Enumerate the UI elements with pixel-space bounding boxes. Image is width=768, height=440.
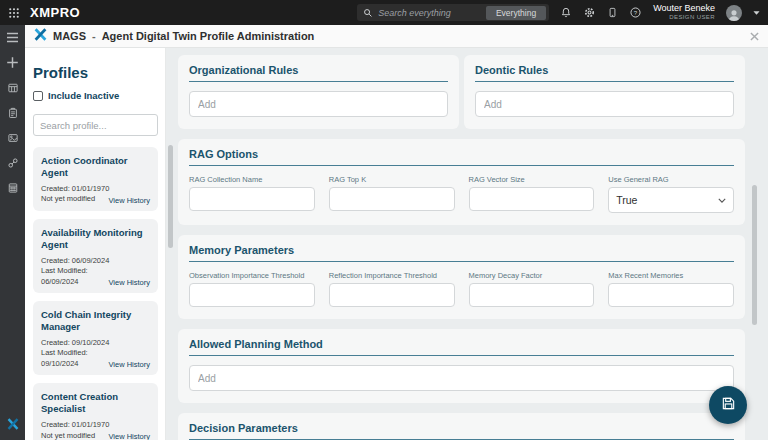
table-icon[interactable]: [7, 82, 19, 94]
xmpro-logo: XMPRO: [30, 5, 80, 20]
page-titlebar: MAGS - Agent Digital Twin Profile Admini…: [25, 25, 768, 48]
deontic-rules-section: Deontic Rules: [464, 55, 745, 129]
help-icon[interactable]: ?: [629, 6, 642, 19]
profile-card[interactable]: Content Creation Specialist Created: 01/…: [33, 383, 158, 440]
search-icon: [363, 8, 373, 18]
include-inactive-checkbox[interactable]: [33, 91, 43, 101]
include-inactive-label: Include Inactive: [48, 90, 119, 101]
menu-hamburger-icon[interactable]: [6, 32, 19, 43]
search-input[interactable]: [378, 8, 481, 18]
deontic-rules-add-input[interactable]: [475, 91, 734, 117]
xmpro-x-logo-bottom[interactable]: [7, 416, 19, 434]
field-label: RAG Vector Size: [469, 175, 595, 184]
view-history-link[interactable]: View History: [108, 278, 150, 287]
add-plus-icon[interactable]: [6, 56, 19, 69]
memory-decay-factor-input[interactable]: [469, 283, 595, 307]
allowed-planning-method-add-input[interactable]: [189, 365, 734, 391]
app-window: XMPRO Everything ? Wouter Be: [0, 0, 768, 440]
section-title: Organizational Rules: [189, 64, 448, 82]
left-toolbar: [0, 25, 25, 440]
reflection-importance-threshold-input[interactable]: [329, 283, 455, 307]
section-title: Deontic Rules: [475, 64, 734, 82]
section-title: Memory Parameters: [189, 244, 734, 262]
use-general-rag-select[interactable]: True: [608, 187, 734, 213]
memory-parameters-section: Memory Parameters Observation Importance…: [178, 235, 745, 319]
organizational-rules-add-input[interactable]: [189, 91, 448, 117]
rag-vector-size-input[interactable]: [469, 187, 595, 211]
view-history-link[interactable]: View History: [108, 196, 150, 205]
profiles-scrollbar-thumb[interactable]: [168, 145, 173, 248]
user-name: Wouter Beneke: [653, 4, 715, 14]
profile-card[interactable]: Cold Chain Integrity Manager Created: 09…: [33, 301, 158, 375]
save-button[interactable]: [709, 386, 747, 424]
view-history-link[interactable]: View History: [108, 432, 150, 440]
field-label: Max Recent Memories: [608, 271, 734, 280]
svg-text:?: ?: [634, 9, 638, 16]
user-info[interactable]: Wouter Beneke DESIGN USER: [653, 4, 715, 20]
link-icon[interactable]: [7, 157, 19, 169]
notifications-icon[interactable]: [560, 6, 572, 19]
main-scrollbar-thumb[interactable]: [752, 185, 757, 325]
save-floppy-icon: [721, 396, 736, 415]
organizational-rules-section: Organizational Rules: [178, 55, 459, 129]
section-title: Allowed Planning Method: [189, 338, 734, 356]
close-icon[interactable]: [750, 32, 759, 41]
title-separator: -: [92, 30, 96, 42]
settings-gear-icon[interactable]: [583, 6, 596, 19]
calculator-icon[interactable]: [7, 182, 19, 194]
field-label: Memory Decay Factor: [469, 271, 595, 280]
mags-x-logo: [34, 27, 47, 45]
profile-list: Action Coordinator Agent Created: 01/01/…: [33, 147, 158, 440]
field-label: Use General RAG: [608, 175, 734, 184]
rag-collection-name-input[interactable]: [189, 187, 315, 211]
max-recent-memories-input[interactable]: [608, 283, 734, 307]
profile-search-input[interactable]: [33, 114, 158, 136]
top-header: XMPRO Everything ? Wouter Be: [0, 0, 768, 25]
search-scope-button[interactable]: Everything: [486, 6, 546, 20]
avatar[interactable]: [726, 5, 742, 21]
clipboard-icon[interactable]: [7, 107, 19, 119]
observation-importance-threshold-input[interactable]: [189, 283, 315, 307]
device-icon[interactable]: [607, 6, 618, 19]
field-label: RAG Collection Name: [189, 175, 315, 184]
app-name: MAGS: [53, 30, 86, 42]
user-role: DESIGN USER: [653, 14, 715, 21]
user-menu-caret-icon[interactable]: [753, 10, 760, 16]
field-label: RAG Top K: [329, 175, 455, 184]
section-title: RAG Options: [189, 148, 734, 166]
profile-form: Organizational Rules Deontic Rules RAG O…: [178, 48, 745, 440]
decision-parameters-section: Decision Parameters Risk Tolerance: Inno…: [178, 413, 745, 440]
allowed-planning-method-section: Allowed Planning Method: [178, 329, 745, 403]
profiles-sidebar: Profiles Include Inactive Action Coordin…: [25, 48, 166, 440]
page-title: Agent Digital Twin Profile Administratio…: [102, 30, 315, 42]
rag-options-section: RAG Options RAG Collection Name RAG Top …: [178, 139, 745, 225]
chevron-down-icon: [718, 198, 726, 203]
view-history-link[interactable]: View History: [108, 360, 150, 369]
include-inactive-row[interactable]: Include Inactive: [33, 90, 158, 101]
profile-card[interactable]: Action Coordinator Agent Created: 01/01/…: [33, 147, 158, 211]
global-search[interactable]: Everything: [357, 4, 549, 21]
image-icon[interactable]: [7, 132, 19, 144]
profiles-heading: Profiles: [33, 64, 158, 81]
apps-grid-icon[interactable]: [8, 7, 20, 19]
rag-top-k-input[interactable]: [329, 187, 455, 211]
section-title: Decision Parameters: [189, 422, 734, 440]
profile-card[interactable]: Availability Monitoring Agent Created: 0…: [33, 219, 158, 293]
field-label: Reflection Importance Threshold: [329, 271, 455, 280]
field-label: Observation Importance Threshold: [189, 271, 315, 280]
